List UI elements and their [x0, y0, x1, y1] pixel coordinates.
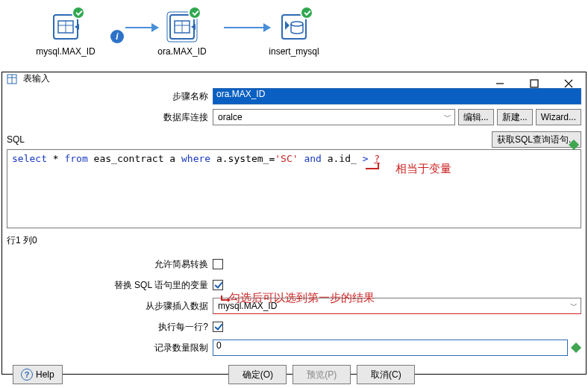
- dialog-title: 表输入: [23, 72, 50, 85]
- allow-simple-label: 允许简易转换: [7, 258, 213, 271]
- record-limit-label: 记录数量限制: [7, 342, 213, 354]
- flow-node-label: insert_mysql: [249, 46, 339, 57]
- status-ok-icon: [300, 6, 313, 19]
- help-button[interactable]: ? Help: [13, 365, 63, 384]
- exec-each-row-checkbox[interactable]: [213, 322, 223, 332]
- get-sql-button[interactable]: 获取SQL查询语句...: [492, 131, 581, 148]
- preview-button[interactable]: 预览(P): [293, 365, 351, 384]
- step-name-label: 步骤名称: [7, 90, 213, 103]
- dialog-buttons: ? Help 确定(O) 预览(P) 取消(C): [7, 362, 581, 387]
- sql-textarea[interactable]: select * from eas_contract a where a.sys…: [7, 149, 581, 228]
- chevron-down-icon: ﹀: [570, 301, 578, 311]
- insert-from-step-value: mysql.MAX_ID: [218, 301, 277, 311]
- table-input-dialog: 表输入 步骤名称 ora.MAX_ID 数据库连接 oralce ﹀ 编辑...…: [1, 72, 587, 375]
- insert-from-step-select[interactable]: mysql.MAX_ID ﹀: [213, 298, 581, 314]
- status-ok-icon: [188, 6, 201, 19]
- record-limit-input[interactable]: 0: [213, 340, 568, 356]
- flow-node-mysql-max-id[interactable]: mysql.MAX_ID: [21, 10, 110, 57]
- expand-icon[interactable]: [571, 342, 581, 353]
- flow-node-insert-mysql[interactable]: insert_mysql: [249, 10, 339, 57]
- flow-node-label: mysql.MAX_ID: [21, 46, 110, 57]
- titlebar[interactable]: 表输入: [2, 72, 586, 85]
- ok-button[interactable]: 确定(O): [228, 365, 287, 384]
- table-input-icon: [7, 73, 19, 85]
- chevron-down-icon: ﹀: [444, 112, 451, 122]
- replace-var-label: 替换 SQL 语句里的变量: [7, 279, 213, 292]
- cancel-button[interactable]: 取消(C): [357, 365, 415, 384]
- wizard-button[interactable]: Wizard...: [536, 109, 581, 125]
- exec-each-row-label: 执行每一行?: [7, 321, 213, 334]
- replace-var-checkbox[interactable]: [213, 280, 223, 290]
- annotation-text: 相当于变量: [395, 162, 451, 176]
- db-conn-value: oralce: [218, 112, 243, 122]
- sql-label: SQL: [7, 134, 25, 145]
- step-name-input[interactable]: ora.MAX_ID: [213, 88, 581, 104]
- help-icon: ?: [21, 369, 33, 381]
- status-ok-icon: [72, 6, 85, 19]
- annotation-arrow-icon: [366, 163, 379, 169]
- info-icon[interactable]: i: [110, 30, 124, 43]
- edit-conn-button[interactable]: 编辑...: [458, 109, 494, 125]
- flow-node-ora-max-id[interactable]: ora.MAX_ID: [137, 10, 227, 57]
- allow-simple-checkbox[interactable]: [213, 259, 223, 269]
- line-col-indicator: 行1 列0: [7, 234, 581, 247]
- flow-node-label: ora.MAX_ID: [137, 46, 227, 57]
- expand-icon[interactable]: [569, 140, 579, 150]
- db-conn-label: 数据库连接: [7, 111, 213, 124]
- flow-canvas: mysql.MAX_ID i ora.MAX_ID insert_mysql: [0, 0, 588, 69]
- insert-from-step-label: 从步骤插入数据: [7, 300, 213, 313]
- new-conn-button[interactable]: 新建...: [497, 109, 533, 125]
- db-conn-select[interactable]: oralce ﹀: [213, 109, 455, 125]
